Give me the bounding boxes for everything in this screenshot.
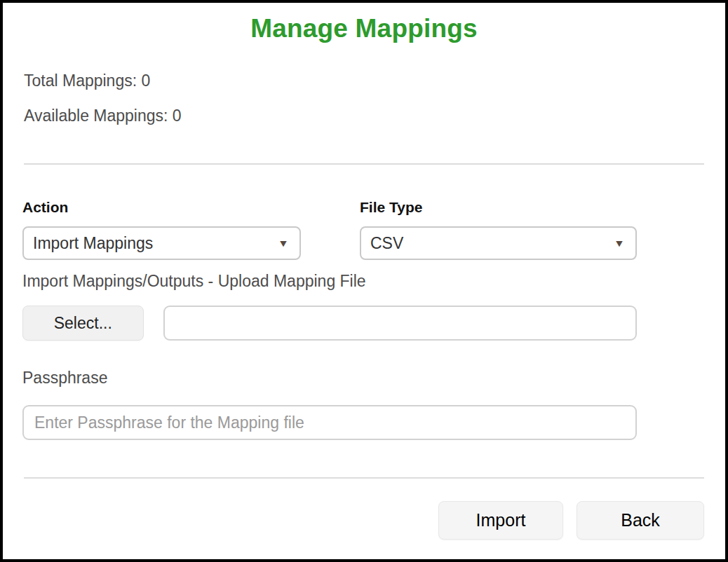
action-select-value: Import Mappings <box>33 234 153 253</box>
footer-actions: Import Back <box>24 501 704 540</box>
action-select[interactable]: Import Mappings ▼ <box>22 226 301 260</box>
file-name-input[interactable] <box>163 306 637 341</box>
passphrase-input[interactable] <box>22 405 637 440</box>
import-button[interactable]: Import <box>438 501 563 540</box>
chevron-down-icon: ▼ <box>278 238 289 249</box>
manage-mappings-page: Manage Mappings Total Mappings: 0 Availa… <box>0 0 728 562</box>
available-mappings-value: 0 <box>173 107 182 125</box>
total-mappings-value: 0 <box>141 71 150 90</box>
action-label: Action <box>22 199 301 216</box>
passphrase-label: Passphrase <box>22 369 637 388</box>
available-mappings-text: Available Mappings: 0 <box>24 107 704 125</box>
upload-file-label: Import Mappings/Outputs - Upload Mapping… <box>22 272 637 291</box>
bottom-divider <box>24 477 704 479</box>
chevron-down-icon: ▼ <box>614 238 625 249</box>
available-mappings-label: Available Mappings: <box>24 107 168 125</box>
file-type-label: File Type <box>360 199 637 216</box>
mappings-stats: Total Mappings: 0 Available Mappings: 0 <box>24 71 704 125</box>
back-button[interactable]: Back <box>577 501 704 540</box>
file-type-select-value: CSV <box>370 234 403 253</box>
top-divider <box>24 163 704 165</box>
total-mappings-label: Total Mappings: <box>24 71 137 90</box>
file-type-select[interactable]: CSV ▼ <box>360 226 637 260</box>
page-title: Manage Mappings <box>3 14 725 43</box>
select-file-button[interactable]: Select... <box>22 306 144 341</box>
total-mappings-text: Total Mappings: 0 <box>24 71 704 90</box>
